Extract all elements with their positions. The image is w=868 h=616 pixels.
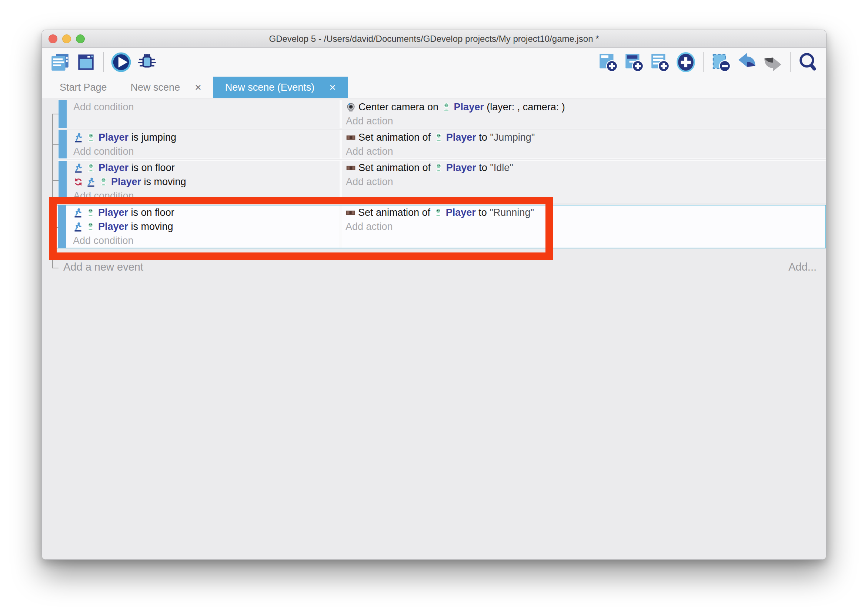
condition-text: is moving xyxy=(128,221,173,232)
player-object-icon xyxy=(86,162,96,173)
action-line[interactable]: Center camera on Player (layer: , camera… xyxy=(346,100,826,114)
condition-line[interactable]: Player is moving xyxy=(73,220,339,234)
tree-stub xyxy=(52,180,58,181)
toolbar-separator xyxy=(703,52,704,72)
redo-icon[interactable] xyxy=(762,52,783,73)
invert-icon xyxy=(73,177,83,187)
player-object-icon xyxy=(99,177,108,187)
close-tab-icon[interactable]: × xyxy=(195,82,201,93)
action-value: "Idle" xyxy=(490,162,513,173)
add-condition-button[interactable]: Add condition xyxy=(73,145,340,159)
event-row[interactable]: Add condition Center camera on Player (l… xyxy=(58,100,826,129)
project-manager-icon[interactable] xyxy=(49,52,71,73)
action-line[interactable]: Set animation of Player to "Idle" xyxy=(346,161,826,175)
add-action-button[interactable]: Add action xyxy=(346,175,826,189)
gdevelop-window: GDevelop 5 - /Users/david/Documents/GDev… xyxy=(41,30,827,560)
action-text: Set animation of xyxy=(359,162,434,173)
tab-label: Start Page xyxy=(60,82,107,93)
event-drag-bar[interactable] xyxy=(58,100,67,128)
actions-cell[interactable]: Center camera on Player (layer: , camera… xyxy=(342,100,826,128)
player-object-icon xyxy=(442,102,451,112)
animation-icon xyxy=(346,162,356,173)
tree-stub xyxy=(52,227,58,228)
add-more-button[interactable]: Add... xyxy=(788,259,816,275)
toolbar xyxy=(42,48,826,77)
action-text: to xyxy=(476,132,490,143)
event-row[interactable]: Player is on floor Player is moving xyxy=(58,160,826,203)
scene-editor-icon[interactable] xyxy=(75,52,97,73)
object-name: Player xyxy=(99,162,129,173)
event-row[interactable]: Player is jumping Add condition Set anim… xyxy=(58,130,826,159)
screenshot-stage: GDevelop 5 - /Users/david/Documents/GDev… xyxy=(0,0,868,616)
action-text: (layer: , camera: ) xyxy=(484,101,565,113)
events-sheet: Add condition Center camera on Player (l… xyxy=(42,98,826,560)
conditions-cell[interactable]: Player is on floor Player is moving xyxy=(67,161,342,203)
event-drag-bar[interactable] xyxy=(58,206,66,248)
action-line[interactable]: Set animation of Player to "Running" xyxy=(346,206,826,220)
add-action-button[interactable]: Add action xyxy=(346,114,826,128)
object-name: Player xyxy=(111,176,141,187)
add-subevent-icon[interactable] xyxy=(623,52,645,73)
object-name: Player xyxy=(446,132,476,143)
search-icon[interactable] xyxy=(797,52,819,73)
actions-cell[interactable]: Set animation of Player to "Idle" Add ac… xyxy=(342,161,826,203)
play-icon[interactable] xyxy=(110,52,132,73)
add-condition-button[interactable]: Add condition xyxy=(73,234,339,248)
object-name: Player xyxy=(454,101,484,113)
actions-cell[interactable]: Set animation of Player to "Running" Add… xyxy=(342,206,826,248)
delete-event-icon[interactable] xyxy=(710,52,732,73)
add-event-icon[interactable] xyxy=(597,52,619,73)
add-comment-icon[interactable] xyxy=(649,52,671,73)
condition-line[interactable]: Player is jumping xyxy=(73,130,340,145)
tab-new-scene[interactable]: New scene × xyxy=(119,77,213,98)
action-text: Set animation of xyxy=(359,132,434,143)
conditions-cell[interactable]: Player is jumping Add condition xyxy=(67,130,342,159)
tree-stub xyxy=(52,145,58,145)
object-name: Player xyxy=(99,132,129,143)
condition-line[interactable]: Player is on floor xyxy=(73,206,339,220)
platformer-behavior-icon xyxy=(73,222,83,231)
action-text: Set animation of xyxy=(358,207,433,218)
add-condition-button[interactable]: Add condition xyxy=(73,100,340,114)
tab-start-page[interactable]: Start Page xyxy=(48,77,119,98)
event-row-selected[interactable]: Player is on floor Player is moving Add … xyxy=(55,205,826,248)
debug-icon[interactable] xyxy=(136,52,158,73)
condition-line[interactable]: Player is moving xyxy=(73,175,340,189)
tab-new-scene-events[interactable]: New scene (Events) × xyxy=(213,77,348,98)
tab-label: New scene (Events) xyxy=(225,82,315,93)
add-action-button[interactable]: Add action xyxy=(346,145,826,159)
event-drag-bar[interactable] xyxy=(58,130,67,159)
toolbar-separator xyxy=(790,52,791,72)
add-condition-button[interactable]: Add condition xyxy=(73,189,340,203)
condition-line[interactable]: Player is on floor xyxy=(73,161,340,175)
actions-cell[interactable]: Set animation of Player to "Jumping" Add… xyxy=(342,130,826,159)
animation-icon xyxy=(346,132,356,142)
window-title: GDevelop 5 - /Users/david/Documents/GDev… xyxy=(42,34,826,44)
action-text: Center camera on xyxy=(359,101,442,113)
player-object-icon xyxy=(433,207,443,217)
camera-icon xyxy=(346,102,356,112)
conditions-cell[interactable]: Add condition xyxy=(67,100,342,128)
platformer-behavior-icon xyxy=(73,162,83,173)
object-name: Player xyxy=(98,221,128,232)
close-tab-icon[interactable]: × xyxy=(329,82,336,93)
event-drag-bar[interactable] xyxy=(58,161,67,203)
tab-bar: Start Page New scene × New scene (Events… xyxy=(42,77,826,98)
player-object-icon xyxy=(434,162,443,173)
conditions-cell[interactable]: Player is on floor Player is moving Add … xyxy=(66,206,342,248)
add-event-chooser-icon[interactable] xyxy=(675,52,697,73)
undo-icon[interactable] xyxy=(736,52,758,73)
condition-text: is on floor xyxy=(129,162,175,173)
tab-label: New scene xyxy=(131,82,180,93)
add-action-button[interactable]: Add action xyxy=(346,220,826,234)
add-new-event-button[interactable]: Add a new event xyxy=(63,259,788,275)
action-value: "Jumping" xyxy=(490,132,535,143)
platformer-behavior-icon xyxy=(86,177,96,187)
animation-icon xyxy=(346,207,355,217)
tree-stub xyxy=(52,114,58,115)
object-name: Player xyxy=(446,207,476,218)
condition-text: is on floor xyxy=(128,207,175,218)
player-object-icon xyxy=(85,207,96,217)
title-bar[interactable]: GDevelop 5 - /Users/david/Documents/GDev… xyxy=(42,30,826,48)
action-line[interactable]: Set animation of Player to "Jumping" xyxy=(346,130,826,145)
